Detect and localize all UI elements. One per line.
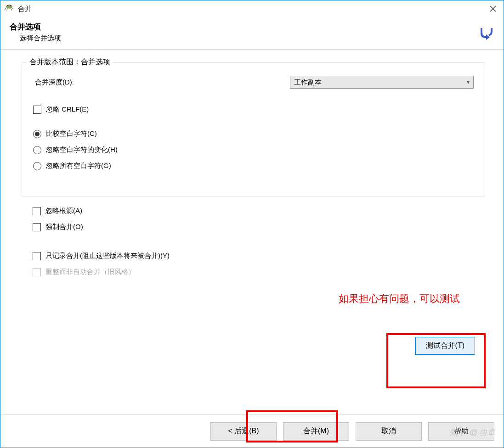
annotation-text: 如果担心有问题，可以测试 [339,291,476,306]
reintegrate-checkbox [33,268,41,276]
merge-icon [478,25,494,43]
force-merge-row: 强制合并(O) [33,223,485,231]
merge-options-group: 合并版本范围：合并选项 合并深度(D): 工作副本 ▾ 忽略 CRLF(E) 比… [22,62,485,196]
ignore-crlf-label: 忽略 CRLF(E) [46,105,89,114]
header-subtitle: 选择合并选项 [20,34,494,43]
test-merge-button[interactable]: 测试合并(T) [415,337,475,355]
record-only-label: 只记录合并(阻止这些版本将来被合并)(Y) [45,252,170,260]
ignore-all-whitespace-label: 忽略所有空白字符(G) [46,162,111,170]
group-legend: 合并版本范围：合并选项 [27,57,113,67]
compare-whitespace-row: 比较空白字符(C) [33,129,474,138]
reintegrate-label: 重整而非自动合并（旧风格） [45,268,135,276]
ignore-ancestry-row: 忽略根源(A) [33,207,485,215]
reintegrate-row: 重整而非自动合并（旧风格） [33,268,485,276]
cancel-button[interactable]: 取消 [356,422,422,441]
ignore-whitespace-changes-label: 忽略空白字符的变化(H) [46,146,118,154]
merge-button[interactable]: 合并(M) [283,422,349,441]
force-merge-label: 强制合并(O) [45,223,83,231]
depth-combobox[interactable]: 工作副本 ▾ [290,76,474,89]
ignore-all-whitespace-row: 忽略所有空白字符(G) [33,162,474,170]
close-button[interactable] [482,0,504,17]
depth-value: 工作副本 [294,78,467,87]
record-only-checkbox[interactable] [33,252,41,260]
titlebar: 合并 [0,0,504,17]
footer: < 后退(B) 合并(M) 取消 帮助 [0,414,504,448]
chevron-down-icon: ▾ [467,79,470,85]
force-merge-checkbox[interactable] [33,223,41,231]
ignore-ancestry-checkbox[interactable] [33,207,41,215]
compare-whitespace-radio[interactable] [33,130,41,138]
help-button[interactable]: 帮助 [428,422,494,441]
compare-whitespace-label: 比较空白字符(C) [46,129,97,138]
wizard-header: 合并选项 选择合并选项 [0,17,504,50]
ignore-whitespace-changes-row: 忽略空白字符的变化(H) [33,146,474,154]
svg-point-1 [7,5,8,6]
svg-point-2 [10,5,11,6]
record-only-row: 只记录合并(阻止这些版本将来被合并)(Y) [33,252,485,260]
app-icon [4,4,14,14]
ignore-whitespace-changes-radio[interactable] [33,146,41,154]
ignore-ancestry-label: 忽略根源(A) [45,207,82,215]
merge-dialog: 合并 合并选项 选择合并选项 合并版本范围：合并选项 合并深度(D): 工作副本… [0,0,504,448]
window-title: 合并 [18,5,32,13]
ignore-all-whitespace-radio[interactable] [33,162,41,170]
back-button[interactable]: < 后退(B) [210,422,277,441]
ignore-crlf-row: 忽略 CRLF(E) [33,105,474,114]
ignore-crlf-checkbox[interactable] [33,106,41,114]
header-title: 合并选项 [10,22,494,32]
svg-point-0 [6,5,12,8]
content-area: 合并版本范围：合并选项 合并深度(D): 工作副本 ▾ 忽略 CRLF(E) 比… [0,50,504,414]
depth-label: 合并深度(D): [35,78,74,87]
